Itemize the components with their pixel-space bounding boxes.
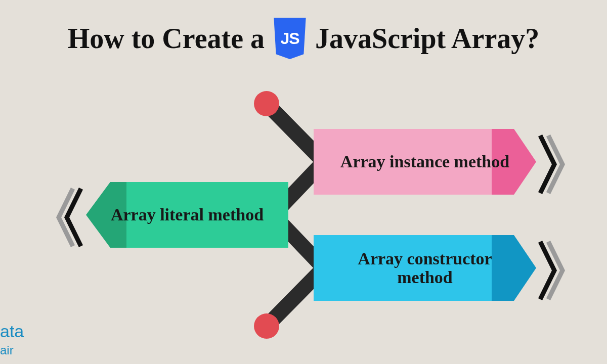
brand-watermark: ata air xyxy=(0,323,24,357)
arrow-up-label: Array instance method xyxy=(325,152,525,171)
brand-line1: ata xyxy=(0,322,24,341)
chevron-left-black-icon xyxy=(64,185,84,250)
diagram-container: Array literal method Array instance meth… xyxy=(0,96,607,359)
brand-line2: air xyxy=(0,343,14,357)
chevron-right-grey-icon xyxy=(545,131,566,197)
arrow-down-label: Array constructor method xyxy=(314,249,536,287)
chevron-right-grey2-icon xyxy=(545,238,566,303)
arrow-array-instance: Array instance method xyxy=(314,129,536,195)
connector-dot-top xyxy=(254,91,279,116)
connector-dot-bottom xyxy=(254,313,279,339)
page-title: How to Create a JS JavaScript Array? xyxy=(0,18,607,59)
js-shield-icon: JS xyxy=(272,18,308,59)
arrow-left-label: Array literal method xyxy=(96,205,279,224)
arrow-array-literal: Array literal method xyxy=(86,182,288,248)
title-post: JavaScript Array? xyxy=(315,22,539,55)
js-badge-text: JS xyxy=(272,18,308,59)
arrow-array-constructor: Array constructor method xyxy=(314,235,536,301)
title-pre: How to Create a xyxy=(68,22,265,55)
